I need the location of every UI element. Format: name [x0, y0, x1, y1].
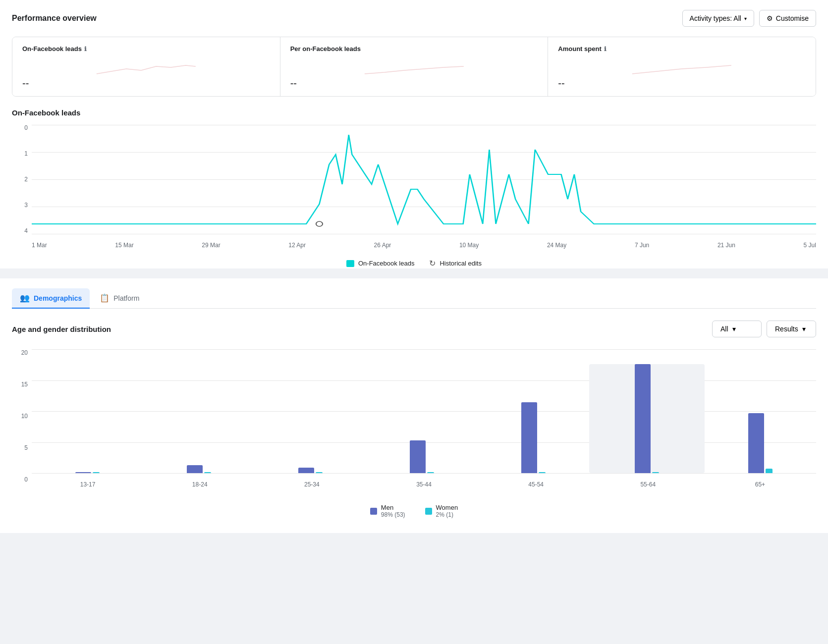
bar-chart-wrapper: 0 5 10 15 20 13-1718-2425-34 — [12, 349, 816, 498]
info-icon-leads[interactable]: ℹ — [84, 46, 87, 53]
bar-legend-sub-men: 98% (53) — [381, 511, 405, 518]
sparkline-amount-spent — [558, 56, 806, 76]
bar-legend-color-men — [370, 508, 377, 515]
x-label-1mar: 1 Mar — [32, 242, 47, 249]
bar-legend-men: Men 98% (53) — [370, 504, 405, 518]
bar-group-13-17 — [32, 364, 143, 473]
customise-button[interactable]: ⚙ Customise — [759, 10, 816, 27]
demo-controls: All ▾ Results ▾ — [712, 321, 816, 337]
bar-men-55-64 — [635, 364, 651, 473]
legend-item-leads: On-Facebook leads — [346, 259, 414, 268]
chart-legend: On-Facebook leads ↻ Historical edits — [12, 259, 816, 268]
bar-men-18-24 — [187, 465, 203, 474]
chevron-down-icon: ▾ — [744, 16, 747, 21]
chevron-down-icon-results: ▾ — [802, 325, 806, 333]
tab-platform[interactable]: 📋 Platform — [92, 288, 147, 309]
kpi-card-leads: On-Facebook leads ℹ -- — [12, 37, 280, 96]
x-label-5jul: 5 Jul — [804, 242, 816, 249]
bar-x-label-18-24: 18-24 — [144, 481, 256, 488]
y-label-1: 1 — [12, 151, 32, 157]
bars-container — [32, 349, 816, 473]
legend-item-historical: ↻ Historical edits — [429, 259, 482, 268]
bar-y-label-20: 20 — [12, 349, 32, 356]
demo-header: Age and gender distribution All ▾ Result… — [12, 321, 816, 337]
activity-types-button[interactable]: Activity types: All ▾ — [682, 10, 754, 27]
x-label-12apr: 12 Apr — [288, 242, 306, 249]
platform-tab-icon: 📋 — [100, 293, 110, 303]
kpi-label-leads: On-Facebook leads ℹ — [22, 45, 270, 53]
bar-x-label-45-54: 45-54 — [480, 481, 592, 488]
demographics-section: 👥 Demographics 📋 Platform Age and gender… — [0, 278, 828, 533]
legend-color-leads — [346, 260, 354, 267]
kpi-cards: On-Facebook leads ℹ -- Per on-Facebook l… — [12, 37, 816, 97]
bar-grid-line-0 — [32, 473, 816, 474]
performance-title: Performance overview — [12, 14, 97, 23]
x-label-26apr: 26 Apr — [374, 242, 391, 249]
kpi-value-leads: -- — [22, 78, 270, 89]
bar-women-18-24 — [204, 472, 211, 473]
filter-results-button[interactable]: Results ▾ — [767, 321, 816, 337]
bar-x-label-55-64: 55-64 — [592, 481, 704, 488]
y-label-4: 4 — [12, 228, 32, 234]
bar-men-65+ — [748, 413, 764, 473]
bar-y-label-5: 5 — [12, 444, 32, 451]
bar-women-35-44 — [427, 472, 434, 473]
tab-demographics[interactable]: 👥 Demographics — [12, 288, 90, 309]
bar-legend-text-women: Women 2% (1) — [436, 504, 458, 518]
section-divider — [0, 274, 828, 278]
bar-group-18-24 — [143, 364, 255, 473]
bar-group-45-54 — [478, 364, 589, 473]
bar-x-label-25-34: 25-34 — [256, 481, 368, 488]
chevron-down-icon-all: ▾ — [732, 325, 736, 333]
bar-women-25-34 — [316, 472, 323, 473]
chart-area: 4 3 2 1 0 — [12, 125, 816, 234]
filter-all-button[interactable]: All ▾ — [712, 321, 762, 337]
kpi-card-per-leads: Per on-Facebook leads -- — [280, 37, 549, 96]
x-label-10may: 10 May — [459, 242, 479, 249]
line-chart-svg — [32, 125, 816, 224]
bar-legend: Men 98% (53) Women 2% (1) — [12, 504, 816, 518]
bar-women-13-17 — [93, 472, 100, 473]
bar-y-label-10: 10 — [12, 413, 32, 420]
x-label-29mar: 29 Mar — [202, 242, 220, 249]
kpi-label-per-leads: Per on-Facebook leads — [290, 45, 538, 53]
tab-bar: 👥 Demographics 📋 Platform — [12, 288, 816, 309]
bar-men-25-34 — [298, 468, 314, 473]
chart-plot: 1 Mar 15 Mar 29 Mar 12 Apr 26 Apr 10 May… — [32, 125, 816, 234]
x-label-24may: 24 May — [547, 242, 566, 249]
bar-legend-label-women: Women — [436, 504, 458, 511]
demographics-tab-label: Demographics — [34, 294, 82, 302]
customise-icon: ⚙ — [767, 14, 773, 22]
bar-x-labels: 13-1718-2425-3435-4445-5455-6465+ — [32, 481, 816, 488]
demographics-tab-icon: 👥 — [20, 293, 30, 303]
line-chart-title: On-Facebook leads — [12, 108, 816, 117]
x-label-21jun: 21 Jun — [718, 242, 735, 249]
sparkline-leads — [22, 56, 270, 76]
kpi-value-per-leads: -- — [290, 78, 538, 89]
x-axis: 1 Mar 15 Mar 29 Mar 12 Apr 26 Apr 10 May… — [32, 242, 816, 249]
y-label-0: 0 — [12, 125, 32, 131]
kpi-card-amount-spent: Amount spent ℹ -- — [548, 37, 816, 96]
x-label-15mar: 15 Mar — [115, 242, 133, 249]
line-chart-container: 4 3 2 1 0 — [12, 125, 816, 254]
bar-group-35-44 — [366, 364, 478, 473]
bar-x-label-13-17: 13-17 — [32, 481, 144, 488]
legend-label-historical: Historical edits — [440, 260, 482, 267]
x-label-7jun: 7 Jun — [635, 242, 649, 249]
line-chart-polyline — [32, 135, 816, 224]
bar-x-label-65+: 65+ — [704, 481, 816, 488]
y-axis: 4 3 2 1 0 — [12, 125, 32, 234]
performance-controls: Activity types: All ▾ ⚙ Customise — [682, 10, 816, 27]
bar-women-55-64 — [652, 472, 659, 473]
y-label-3: 3 — [12, 202, 32, 208]
bar-y-axis: 0 5 10 15 20 — [12, 349, 32, 498]
info-icon-amount[interactable]: ℹ — [604, 46, 607, 53]
bar-x-label-35-44: 35-44 — [368, 481, 480, 488]
bar-y-label-15: 15 — [12, 381, 32, 388]
bar-men-13-17 — [75, 472, 91, 473]
bar-legend-text-men: Men 98% (53) — [381, 504, 405, 518]
bar-legend-sub-women: 2% (1) — [436, 511, 458, 518]
grid-line-0 — [32, 234, 816, 234]
age-gender-title: Age and gender distribution — [12, 325, 111, 333]
bar-group-55-64 — [589, 364, 705, 473]
